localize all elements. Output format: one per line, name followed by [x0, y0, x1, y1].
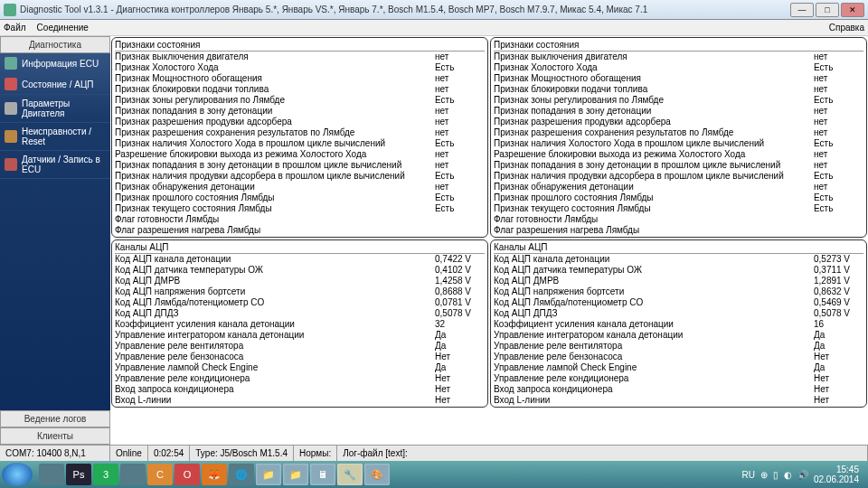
- row-label: Признак блокировки подачи топлива: [115, 84, 435, 95]
- menu-file[interactable]: Файл: [4, 23, 26, 33]
- tray-updates-icon[interactable]: ◐: [784, 470, 792, 480]
- close-button[interactable]: ✕: [841, 3, 864, 17]
- row-label: Признак наличия продувки адсорбера в про…: [115, 171, 435, 182]
- row-label: Признак текущего состояния Лямбды: [115, 203, 435, 214]
- taskbar-icon[interactable]: [120, 464, 146, 485]
- row-label: Код АЦП напряжения бортсети: [494, 286, 814, 297]
- taskbar-icon[interactable]: 🌐: [229, 464, 254, 485]
- row-label: Код АЦП канала детонации: [494, 254, 814, 265]
- row-label: Признак наличия продувки адсорбера в про…: [494, 171, 814, 182]
- row-label: Вход запроса кондиционера: [115, 384, 435, 395]
- data-row: Управление интегратором канала детонации…: [115, 330, 485, 341]
- sidebar-item-faults-reset[interactable]: Неисправности / Reset: [0, 123, 110, 151]
- row-value: [435, 214, 485, 225]
- taskbar-icon[interactable]: 🦊: [202, 464, 227, 485]
- row-label: Признак блокировки подачи топлива: [494, 84, 814, 95]
- row-value: Есть: [435, 95, 485, 106]
- row-label: Код АЦП Лямбда/потенциометр CO: [115, 297, 435, 308]
- data-row: Признак разрешения сохранения результато…: [115, 127, 485, 138]
- start-button[interactable]: [2, 463, 33, 486]
- tray-volume-icon[interactable]: 🔊: [797, 470, 808, 480]
- sidebar-item-label: Информация ECU: [22, 59, 99, 69]
- row-label: Код АЦП датчика температуры ОЖ: [494, 265, 814, 276]
- window-controls: — □ ✕: [790, 3, 864, 17]
- menu-connection[interactable]: Соединение: [37, 23, 89, 33]
- tray-flag-icon[interactable]: ▯: [773, 470, 778, 480]
- data-row: Признак прошлого состояния ЛямбдыЕсть: [115, 192, 485, 203]
- row-label: Управление лампой Check Engine: [494, 362, 814, 373]
- data-row: Признак текущего состояния ЛямбдыЕсть: [115, 203, 485, 214]
- taskbar-icon[interactable]: 🎨: [364, 464, 390, 485]
- data-row: Флаг разрешения нагрева Лямбды: [494, 225, 863, 236]
- sidebar-header: Диагностика: [0, 36, 110, 53]
- sidebar-item-state-adc[interactable]: Состояние / АЦП: [0, 74, 110, 95]
- row-value: 0,3711 V: [814, 265, 863, 276]
- state-icon: [5, 78, 17, 90]
- tray-clock[interactable]: 15:4502.06.2014: [814, 465, 859, 484]
- maximize-button[interactable]: □: [816, 3, 839, 17]
- content: Признаки состояния Признак выключения дв…: [110, 36, 868, 445]
- row-label: Код АЦП ДМРВ: [115, 276, 435, 286]
- adc-panels: Каналы АЦП Код АЦП канала детонации0,742…: [110, 239, 868, 408]
- row-label: Код АЦП ДПДЗ: [115, 308, 435, 319]
- row-label: Вход L-линии: [494, 395, 814, 406]
- row-label: Флаг готовности Лямбды: [494, 214, 814, 225]
- sidebar-item-engine-params[interactable]: Параметры Двигателя: [0, 95, 110, 123]
- data-row: Признак наличия Холостого Хода в прошлом…: [115, 138, 485, 149]
- row-label: Управление реле вентилятора: [494, 341, 814, 352]
- row-value: Есть: [814, 203, 863, 214]
- row-label: Признак наличия Холостого Хода в прошлом…: [494, 138, 814, 149]
- tray-lang[interactable]: RU: [741, 470, 754, 480]
- row-value: [435, 225, 485, 236]
- row-value: нет: [814, 160, 863, 171]
- taskbar-icon[interactable]: C: [147, 464, 173, 485]
- sidebar-item-label: Датчики / Запись в ECU: [22, 155, 106, 174]
- row-value: [814, 214, 863, 225]
- sidebar-item-label: Параметры Двигателя: [22, 99, 106, 118]
- row-value: нет: [435, 149, 485, 160]
- taskbar-icon[interactable]: 3: [93, 464, 118, 485]
- row-value: 0,8688 V: [435, 286, 485, 297]
- data-row: Признак текущего состояния ЛямбдыЕсть: [494, 203, 863, 214]
- tray-network-icon[interactable]: ⊕: [760, 470, 768, 480]
- taskbar-icon[interactable]: 📁: [283, 464, 308, 485]
- row-value: 32: [435, 319, 485, 330]
- panel-header: Признаки состояния: [494, 39, 863, 52]
- row-value: 0,0781 V: [435, 297, 485, 308]
- sidebar-logging[interactable]: Ведение логов: [0, 410, 110, 427]
- taskbar-icon[interactable]: O: [175, 464, 200, 485]
- minimize-button[interactable]: —: [790, 3, 814, 17]
- taskbar-app-diagnostic[interactable]: 🔧: [337, 464, 363, 485]
- row-label: Признак обнаружения детонации: [115, 182, 435, 192]
- sidebar-item-sensors-ecu[interactable]: Датчики / Запись в ECU: [0, 151, 110, 179]
- status-online: Online: [110, 446, 148, 461]
- row-value: Есть: [435, 138, 485, 149]
- row-value: 1,2891 V: [814, 276, 863, 286]
- data-row: Признак блокировки подачи топливанет: [115, 84, 485, 95]
- row-label: Вход L-линии: [115, 395, 435, 406]
- data-row: Управление реле кондиционераНет: [494, 373, 863, 384]
- taskbar-icon[interactable]: 🖩: [310, 464, 335, 485]
- data-row: Коэффициент усиления канала детонации32: [115, 319, 485, 330]
- row-value: нет: [814, 117, 863, 127]
- row-value: нет: [814, 106, 863, 117]
- fault-icon: [5, 130, 17, 143]
- row-label: Признак разрешения продувки адсорбера: [115, 117, 435, 127]
- row-value: нет: [814, 149, 863, 160]
- row-label: Код АЦП ДПДЗ: [494, 308, 814, 319]
- taskbar-icon[interactable]: Ps: [66, 464, 91, 485]
- row-label: Управление реле кондиционера: [115, 373, 435, 384]
- row-value: Нет: [435, 373, 485, 384]
- sidebar-item-ecu-info[interactable]: Информация ECU: [0, 53, 110, 74]
- row-value: Есть: [435, 203, 485, 214]
- row-label: Признак выключения двигателя: [115, 52, 435, 62]
- menu-help[interactable]: Справка: [829, 23, 864, 33]
- taskbar-icon[interactable]: [39, 464, 64, 485]
- row-label: Флаг разрешения нагрева Лямбды: [115, 225, 435, 236]
- row-value: нет: [435, 84, 485, 95]
- taskbar-icon[interactable]: 📁: [256, 464, 281, 485]
- data-row: Признак разрешения продувки адсорберанет: [494, 117, 863, 127]
- sidebar-clients[interactable]: Клиенты: [0, 427, 110, 445]
- row-label: Код АЦП напряжения бортсети: [115, 286, 435, 297]
- data-row: Признак наличия продувки адсорбера в про…: [115, 171, 485, 182]
